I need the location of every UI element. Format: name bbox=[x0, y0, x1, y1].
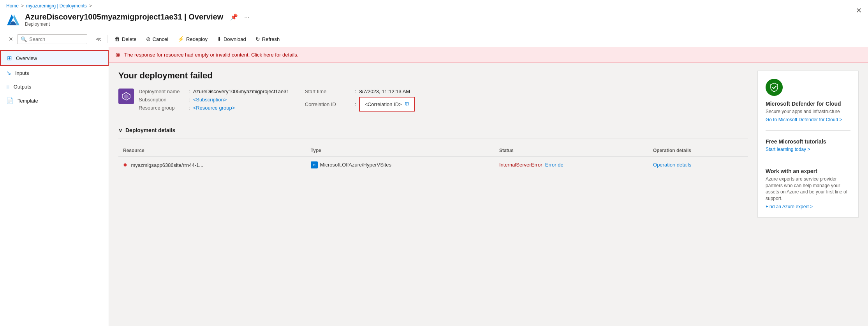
resource-group-link[interactable]: <Resource group> bbox=[193, 105, 235, 111]
more-options-icon[interactable]: ··· bbox=[243, 13, 251, 21]
deployment-header: Deployment name : AzureDiscovery1005myaz… bbox=[118, 89, 748, 121]
redeploy-icon: ⚡ bbox=[178, 36, 184, 42]
deployment-icon bbox=[118, 89, 134, 104]
error-banner-text: The response for resource had empty or i… bbox=[124, 52, 298, 58]
defender-title: Microsoft Defender for Cloud bbox=[766, 101, 850, 107]
error-details-link[interactable]: Error de bbox=[544, 162, 563, 168]
error-status-dot: ● bbox=[123, 161, 127, 168]
search-input[interactable] bbox=[29, 36, 84, 42]
refresh-button[interactable]: ↻ Refresh bbox=[252, 34, 284, 44]
defender-desc: Secure your apps and infrastructure bbox=[766, 108, 850, 115]
collapse-sidebar-button[interactable]: ✕ bbox=[6, 34, 16, 44]
sidebar-item-overview[interactable]: ⊞ Overview bbox=[0, 50, 109, 66]
col-type: Type bbox=[306, 145, 495, 157]
table-row: ● myazmigsapp6386site/rrn44-1... H Micro… bbox=[118, 157, 748, 173]
breadcrumb-sep1: > bbox=[21, 3, 24, 9]
table-cell-status: InternalServerError Error de bbox=[495, 157, 648, 173]
sidebar: ⊞ Overview ↘ Inputs ≡ Outputs 📄 Template bbox=[0, 47, 109, 326]
breadcrumb-sep2: > bbox=[89, 3, 92, 9]
defender-link[interactable]: Go to Microsoft Defender for Cloud > bbox=[766, 117, 842, 122]
panel-divider-2 bbox=[766, 160, 850, 160]
start-time-value: 8/7/2023, 11:12:13 AM bbox=[359, 89, 410, 94]
pin-icon[interactable]: 📌 bbox=[229, 12, 239, 21]
failed-title: Your deployment failed bbox=[118, 71, 748, 81]
breadcrumb-resource-group[interactable]: myazuremigrg | Deployments bbox=[26, 3, 87, 9]
type-icon: H bbox=[311, 161, 318, 168]
name-row: Deployment name : AzureDiscovery1005myaz… bbox=[139, 89, 289, 94]
tutorials-section: Free Microsoft tutorials Start learning … bbox=[766, 138, 850, 152]
template-icon: 📄 bbox=[6, 97, 14, 104]
sidebar-item-outputs[interactable]: ≡ Outputs bbox=[0, 80, 109, 94]
error-banner-icon: ⊗ bbox=[115, 51, 120, 58]
subscription-row: Subscription : <Subscription> bbox=[139, 97, 289, 103]
search-icon: 🔍 bbox=[21, 36, 27, 42]
sidebar-item-template[interactable]: 📄 Template bbox=[0, 94, 109, 108]
search-bar[interactable]: 🔍 bbox=[17, 34, 87, 44]
collapse-panel-button[interactable]: ≪ bbox=[93, 34, 104, 44]
content-left: Your deployment failed Deploy bbox=[118, 71, 748, 318]
deployment-table: Resource Type Status Operation details ●… bbox=[118, 145, 748, 173]
table-cell-operation: Operation details bbox=[648, 157, 748, 173]
resource-subtitle: Deployment bbox=[25, 21, 251, 27]
expert-link[interactable]: Find an Azure expert > bbox=[766, 204, 813, 209]
redeploy-button[interactable]: ⚡ Redeploy bbox=[174, 34, 211, 44]
defender-icon bbox=[766, 79, 783, 96]
correlation-id-box: <Correlation ID> ⧉ bbox=[359, 97, 414, 112]
tutorials-title: Free Microsoft tutorials bbox=[766, 138, 850, 145]
panel-divider-1 bbox=[766, 130, 850, 131]
toolbar-divider bbox=[107, 35, 107, 43]
overview-icon: ⊞ bbox=[7, 55, 12, 62]
col-status: Status bbox=[495, 145, 648, 157]
svg-marker-4 bbox=[124, 94, 129, 99]
content-right: Microsoft Defender for Cloud Secure your… bbox=[757, 71, 859, 318]
expert-desc: Azure experts are service provider partn… bbox=[766, 176, 850, 202]
outputs-icon: ≡ bbox=[6, 83, 10, 90]
resource-group-row: Resource group : <Resource group> bbox=[139, 105, 289, 111]
azure-logo-icon bbox=[6, 13, 20, 27]
start-time-row: Start time : 8/7/2023, 11:12:13 AM bbox=[305, 89, 415, 94]
expert-title: Work with an expert bbox=[766, 168, 850, 174]
delete-icon: 🗑 bbox=[114, 36, 120, 42]
refresh-icon: ↻ bbox=[255, 36, 260, 42]
col-resource: Resource bbox=[118, 145, 306, 157]
defender-section: Microsoft Defender for Cloud Secure your… bbox=[766, 79, 850, 122]
table-cell-type: H Microsoft.OffAzure/HyperVSites bbox=[306, 157, 495, 173]
breadcrumb: Home > myazuremigrg | Deployments > bbox=[6, 0, 862, 10]
inputs-icon: ↘ bbox=[6, 69, 11, 76]
delete-button[interactable]: 🗑 Delete bbox=[111, 34, 141, 44]
content-area: ⊗ The response for resource had empty or… bbox=[109, 47, 868, 326]
download-icon: ⬇ bbox=[217, 36, 222, 42]
subscription-link[interactable]: <Subscription> bbox=[193, 97, 227, 103]
copy-correlation-id-button[interactable]: ⧉ bbox=[405, 101, 409, 108]
deployment-info: Deployment name : AzureDiscovery1005myaz… bbox=[139, 89, 748, 112]
correlation-id-row: Correlation ID : <Correlation ID> ⧉ bbox=[305, 97, 415, 112]
operation-details-link[interactable]: Operation details bbox=[653, 162, 691, 168]
details-toggle[interactable]: ∨ Deployment details bbox=[118, 127, 748, 138]
col-operation-details: Operation details bbox=[648, 145, 748, 157]
toolbar: ✕ 🔍 ≪ 🗑 Delete ⊘ Cancel ⚡ Redeploy ⬇ Dow… bbox=[0, 31, 868, 47]
cancel-button[interactable]: ⊘ Cancel bbox=[142, 34, 172, 44]
page-title: AzureDiscovery1005myazmigproject1ae31 | … bbox=[25, 12, 251, 21]
cancel-icon: ⊘ bbox=[146, 36, 151, 42]
chevron-down-icon: ∨ bbox=[118, 127, 122, 133]
sidebar-item-inputs[interactable]: ↘ Inputs bbox=[0, 66, 109, 80]
right-panel: Microsoft Defender for Cloud Secure your… bbox=[757, 71, 859, 218]
download-button[interactable]: ⬇ Download bbox=[213, 34, 250, 44]
table-cell-resource: ● myazmigsapp6386site/rrn44-1... bbox=[118, 157, 306, 173]
correlation-id-value: <Correlation ID> bbox=[364, 101, 401, 107]
details-title: Deployment details bbox=[125, 127, 175, 133]
deployment-name-value: AzureDiscovery1005myazmigproject1ae31 bbox=[193, 89, 289, 94]
expert-section: Work with an expert Azure experts are se… bbox=[766, 168, 850, 209]
breadcrumb-home[interactable]: Home bbox=[6, 3, 19, 9]
tutorials-link[interactable]: Start learning today > bbox=[766, 147, 810, 152]
error-banner[interactable]: ⊗ The response for resource had empty or… bbox=[109, 47, 868, 63]
deployment-details-section: ∨ Deployment details Resource Type Statu… bbox=[118, 127, 748, 173]
close-button[interactable]: ✕ bbox=[856, 6, 862, 15]
